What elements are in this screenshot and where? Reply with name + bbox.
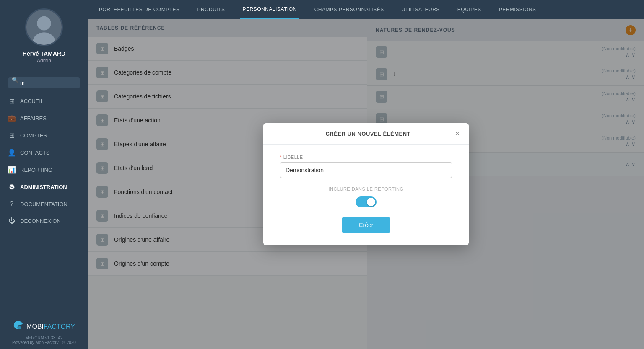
- top-nav: PORTEFEUILLES DE COMPTES PRODUITS PERSON…: [88, 0, 644, 19]
- logo-bird-icon: [12, 319, 24, 334]
- sidebar: Hervé TAMARD Admin 🔍 ⊞ ACCUEIL 💼 AFFAIRE…: [0, 0, 88, 349]
- admin-icon: ⚙: [8, 183, 16, 191]
- sidebar-item-label: AFFAIRES: [20, 115, 47, 122]
- search-input[interactable]: [8, 77, 80, 88]
- main-area: PORTEFEUILLES DE COMPTES PRODUITS PERSON…: [88, 0, 644, 349]
- libelle-form-group: *LIBELLÉ: [280, 155, 452, 178]
- contacts-icon: 👤: [8, 149, 16, 157]
- field-label-text: LIBELLÉ: [283, 155, 303, 160]
- sidebar-item-label: DOCUMENTATION: [20, 201, 68, 207]
- modal-dialog: CRÉER UN NOUVEL ÉLÉMENT × *LIBELLÉ INCLU…: [263, 123, 469, 245]
- sidebar-item-label: REPORTING: [20, 167, 52, 173]
- sidebar-item-accueil[interactable]: ⊞ ACCUEIL: [0, 93, 88, 110]
- logo-text: MOBIFACTORY: [26, 323, 75, 331]
- version-text: MobiCRM v1.33 r42: [12, 336, 76, 340]
- content-area: TABLES DE RÉFÉRENCE ⊞ Badges ⊞ Catégorie…: [88, 19, 644, 349]
- nav-permissions[interactable]: PERMISSIONS: [496, 1, 539, 18]
- nav-utilisateurs[interactable]: UTILISATEURS: [399, 1, 442, 18]
- toggle-label: INCLURE DANS LE REPORTING: [328, 186, 403, 191]
- svg-point-1: [37, 16, 51, 31]
- logout-icon: ⏻: [8, 217, 16, 225]
- sidebar-item-administration[interactable]: ⚙ ADMINISTRATION: [0, 178, 88, 196]
- sidebar-item-documentation[interactable]: ? DOCUMENTATION: [0, 196, 88, 212]
- briefcase-icon: 💼: [8, 114, 16, 122]
- sidebar-item-deconnexion[interactable]: ⏻ DÉCONNEXION: [0, 212, 88, 229]
- avatar-image: [26, 10, 62, 45]
- libelle-input[interactable]: [280, 162, 452, 178]
- create-button[interactable]: Créer: [342, 217, 390, 233]
- libelle-label: *LIBELLÉ: [280, 155, 452, 160]
- toggle-track: [356, 196, 377, 207]
- sidebar-item-comptes[interactable]: ⊞ COMPTES: [0, 127, 88, 144]
- home-icon: ⊞: [8, 97, 16, 105]
- toggle-group: INCLURE DANS LE REPORTING: [280, 186, 452, 207]
- toggle-thumb: [367, 198, 375, 206]
- modal-overlay: CRÉER UN NOUVEL ÉLÉMENT × *LIBELLÉ INCLU…: [88, 19, 644, 349]
- nav-equipes[interactable]: EQUIPES: [455, 1, 484, 18]
- modal-header: CRÉER UN NOUVEL ÉLÉMENT ×: [263, 123, 469, 145]
- sidebar-item-label: ACCUEIL: [20, 98, 44, 104]
- nav-personnalisation[interactable]: PERSONNALISATION: [240, 0, 299, 19]
- user-role: Admin: [37, 58, 51, 64]
- nav-champs[interactable]: CHAMPS PERSONNALISÉS: [312, 1, 387, 18]
- nav-produits[interactable]: PRODUITS: [195, 1, 228, 18]
- logo-factory: FACTORY: [44, 323, 75, 330]
- modal-close-button[interactable]: ×: [455, 130, 460, 137]
- search-icon: 🔍: [12, 76, 18, 83]
- avatar: [25, 8, 63, 46]
- sidebar-nav: ⊞ ACCUEIL 💼 AFFAIRES ⊞ COMPTES 👤 CONTACT…: [0, 93, 88, 319]
- modal-body: *LIBELLÉ INCLURE DANS LE REPORTING: [263, 145, 469, 207]
- reporting-toggle[interactable]: [356, 196, 377, 207]
- modal-footer: Créer: [263, 217, 469, 233]
- sidebar-item-reporting[interactable]: 📊 REPORTING: [0, 161, 88, 178]
- nav-portefeuilles[interactable]: PORTEFEUILLES DE COMPTES: [96, 1, 182, 18]
- required-indicator: *: [280, 155, 282, 160]
- sidebar-item-label: ADMINISTRATION: [20, 184, 67, 190]
- sidebar-footer: MOBIFACTORY MobiCRM v1.33 r42 Powered by…: [12, 319, 76, 349]
- comptes-icon: ⊞: [8, 132, 16, 140]
- logo: MOBIFACTORY: [12, 319, 76, 334]
- modal-title: CRÉER UN NOUVEL ÉLÉMENT: [281, 131, 455, 137]
- sidebar-item-label: COMPTES: [20, 132, 47, 139]
- sidebar-item-label: CONTACTS: [20, 150, 50, 156]
- sidebar-item-affaires[interactable]: 💼 AFFAIRES: [0, 110, 88, 127]
- user-name: Hervé TAMARD: [23, 50, 65, 57]
- docs-icon: ?: [8, 200, 16, 208]
- sidebar-item-label: DÉCONNEXION: [20, 218, 61, 224]
- search-wrap: 🔍: [8, 70, 80, 88]
- sidebar-item-contacts[interactable]: 👤 CONTACTS: [0, 144, 88, 161]
- powered-text: Powered by MobiFactory - © 2020: [12, 340, 76, 345]
- logo-mobi: MOBI: [26, 323, 44, 330]
- reporting-icon: 📊: [8, 166, 16, 174]
